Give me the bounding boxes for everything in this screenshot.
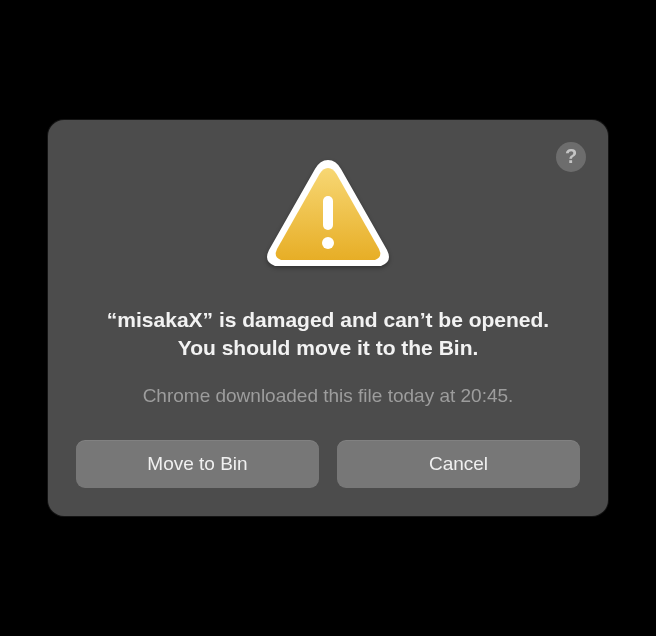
damaged-app-dialog: ? “misakaX” is damaged and can’t be open… bbox=[48, 120, 608, 516]
svg-point-1 bbox=[322, 237, 334, 249]
help-icon: ? bbox=[565, 145, 577, 168]
button-row: Move to Bin Cancel bbox=[76, 440, 580, 488]
warning-icon bbox=[263, 154, 393, 278]
help-button[interactable]: ? bbox=[556, 142, 586, 172]
cancel-button[interactable]: Cancel bbox=[337, 440, 580, 488]
svg-rect-0 bbox=[323, 196, 333, 230]
dialog-subtitle: Chrome downloaded this file today at 20:… bbox=[106, 383, 550, 409]
dialog-title: “misakaX” is damaged and can’t be opened… bbox=[98, 306, 558, 363]
icon-container bbox=[76, 154, 580, 278]
move-to-bin-button[interactable]: Move to Bin bbox=[76, 440, 319, 488]
